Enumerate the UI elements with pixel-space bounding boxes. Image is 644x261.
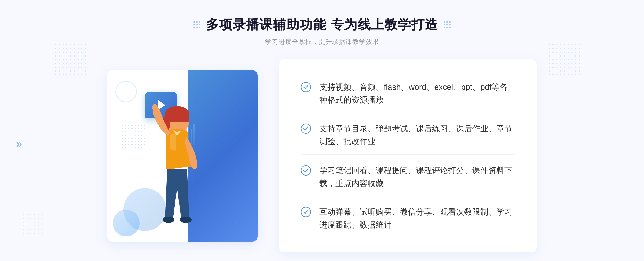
title-row: 多项录播课辅助功能 专为线上教学打造 xyxy=(193,16,450,33)
svg-point-10 xyxy=(301,207,311,217)
dots-icon-right xyxy=(444,21,451,28)
feature-item-4: 互动弹幕、试听购买、微信分享、观看次数限制、学习进度跟踪、数据统计 xyxy=(301,199,515,238)
decorative-dots-right xyxy=(547,43,580,75)
check-circle-icon-1 xyxy=(301,82,311,92)
feature-item-1: 支持视频、音频、flash、word、excel、ppt、pdf等各种格式的资源… xyxy=(301,74,515,113)
feature-text-2: 支持章节目录、弹题考试、课后练习、课后作业、章节测验、批改作业 xyxy=(319,122,515,148)
feature-text-4: 互动弹幕、试听购买、微信分享、观看次数限制、学习进度跟踪、数据统计 xyxy=(319,206,515,231)
illustration-area xyxy=(107,59,274,252)
features-panel: 支持视频、音频、flash、word、excel、ppt、pdf等各种格式的资源… xyxy=(279,59,537,252)
svg-point-6 xyxy=(180,217,192,223)
page-subtitle: 学习进度全掌握，提升录播课教学效果 xyxy=(193,38,450,46)
check-circle-icon-3 xyxy=(301,165,311,176)
dots-pattern-illustration xyxy=(121,124,148,151)
svg-point-7 xyxy=(301,82,311,92)
page-wrapper: » 多项录播课辅助功能 专为线上教学打造 学习进度全掌握，提升录播课教学效果 xyxy=(0,0,644,261)
check-circle-icon-4 xyxy=(301,207,311,217)
dots-pattern-bottom-left xyxy=(21,213,43,234)
svg-point-9 xyxy=(301,166,311,175)
feature-item-3: 学习笔记回看、课程提问、课程评论打分、课件资料下载，重点内容收藏 xyxy=(301,158,515,196)
feature-item-2: 支持章节目录、弹题考试、课后练习、课后作业、章节测验、批改作业 xyxy=(301,116,515,155)
svg-point-8 xyxy=(301,124,311,133)
svg-point-5 xyxy=(163,217,174,223)
svg-point-4 xyxy=(152,104,158,110)
header-section: 多项录播课辅助功能 专为线上教学打造 学习进度全掌握，提升录播课教学效果 xyxy=(193,16,450,46)
feature-text-3: 学习笔记回看、课程提问、课程评论打分、课件资料下载，重点内容收藏 xyxy=(319,164,515,190)
content-area: 支持视频、音频、flash、word、excel、ppt、pdf等各种格式的资源… xyxy=(107,59,537,252)
feature-text-1: 支持视频、音频、flash、word、excel、ppt、pdf等各种格式的资源… xyxy=(319,81,515,106)
page-title: 多项录播课辅助功能 专为线上教学打造 xyxy=(206,16,438,33)
left-arrow-icon: » xyxy=(16,137,22,150)
decorative-dots-left xyxy=(54,43,86,75)
dots-icon-left xyxy=(193,21,200,28)
check-circle-icon-2 xyxy=(301,123,311,134)
person-illustration xyxy=(123,97,220,252)
